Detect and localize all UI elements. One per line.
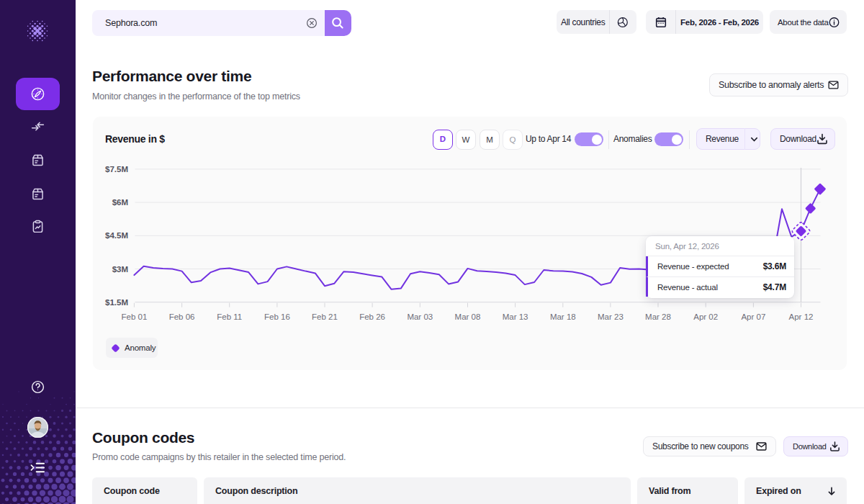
svg-text:Feb 26: Feb 26 — [359, 312, 385, 321]
svg-text:$1.5M: $1.5M — [105, 298, 128, 307]
svg-text:Mar 08: Mar 08 — [455, 312, 481, 321]
svg-text:Apr 12: Apr 12 — [789, 312, 814, 321]
svg-text:Mar 03: Mar 03 — [407, 312, 433, 321]
svg-text:$4.5M: $4.5M — [105, 231, 128, 240]
svg-text:Feb 21: Feb 21 — [312, 312, 338, 321]
svg-text:$3M: $3M — [112, 265, 128, 274]
svg-text:Feb 06: Feb 06 — [169, 312, 195, 321]
svg-text:Feb 16: Feb 16 — [264, 312, 290, 321]
svg-text:Mar 23: Mar 23 — [598, 312, 624, 321]
svg-text:Feb 01: Feb 01 — [121, 312, 147, 321]
svg-text:$6M: $6M — [112, 198, 128, 207]
svg-text:Mar 13: Mar 13 — [503, 312, 528, 321]
svg-text:Apr 02: Apr 02 — [693, 312, 718, 321]
svg-text:Mar 18: Mar 18 — [550, 312, 576, 321]
svg-text:Apr 07: Apr 07 — [741, 312, 765, 321]
svg-text:Mar 28: Mar 28 — [645, 312, 671, 321]
svg-text:Feb 11: Feb 11 — [217, 312, 242, 321]
svg-text:$7.5M: $7.5M — [105, 165, 128, 174]
